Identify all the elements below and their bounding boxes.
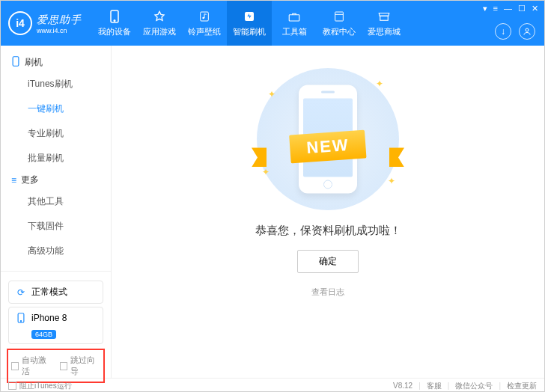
logo-subtitle: www.i4.cn xyxy=(37,27,82,34)
sidebar-item[interactable]: 其他工具 xyxy=(1,189,111,214)
logo-icon: i4 xyxy=(8,11,32,35)
nav-book[interactable]: 教程中心 xyxy=(317,1,362,46)
sidebar: 刷机iTunes刷机一键刷机专业刷机批量刷机≡更多其他工具下载固件高级功能 ⟳ … xyxy=(1,46,112,378)
storage-badge: 64GB xyxy=(31,330,56,339)
phone-icon xyxy=(15,312,27,324)
success-illustration: NEW ✦✦✦✦ xyxy=(246,68,410,210)
nav-tools[interactable]: 工具箱 xyxy=(272,1,317,46)
sidebar-item[interactable]: 批量刷机 xyxy=(1,146,111,171)
app-header: i4 爱思助手 www.i4.cn 我的设备应用游戏铃声壁纸智能刷机工具箱教程中… xyxy=(1,1,544,46)
option-check[interactable]: 自动激活 xyxy=(11,355,52,377)
checkbox-icon xyxy=(11,362,19,370)
nav-label: 工具箱 xyxy=(282,26,307,37)
sidebar-item[interactable]: 专业刷机 xyxy=(1,121,111,146)
option-check[interactable]: 跳过向导 xyxy=(60,355,101,377)
check-label: 自动激活 xyxy=(22,355,52,377)
mode-label: 正常模式 xyxy=(31,286,67,298)
phone-outline-icon xyxy=(11,56,20,69)
refresh-icon: ⟳ xyxy=(15,287,27,298)
window-control[interactable]: — xyxy=(504,4,512,13)
shop-icon xyxy=(377,10,391,23)
ok-button[interactable]: 确定 xyxy=(297,250,359,273)
sidebar-item[interactable]: 高级功能 xyxy=(1,239,111,263)
download-icon[interactable]: ↓ xyxy=(495,23,511,40)
window-control[interactable]: ✕ xyxy=(532,4,538,13)
device-label: iPhone 8 xyxy=(31,313,67,323)
nav-shop[interactable]: 爱思商城 xyxy=(362,1,407,46)
window-controls: ▾≡—☐✕ xyxy=(483,4,538,13)
window-control[interactable]: ≡ xyxy=(493,4,498,13)
app-logo: i4 爱思助手 www.i4.cn xyxy=(1,11,89,35)
nav-music[interactable]: 铃声壁纸 xyxy=(182,1,227,46)
tools-icon xyxy=(287,10,301,23)
sidebar-section[interactable]: 刷机 xyxy=(1,53,111,72)
svg-point-9 xyxy=(526,28,529,31)
success-message: 恭喜您，保资料刷机成功啦！ xyxy=(255,224,401,238)
header-actions: ↓ xyxy=(495,23,535,40)
svg-rect-5 xyxy=(289,14,299,20)
footer-link-support[interactable]: 客服 xyxy=(427,381,442,391)
book-icon xyxy=(333,10,345,23)
nav-phone[interactable]: 我的设备 xyxy=(92,1,137,46)
list-icon: ≡ xyxy=(11,175,16,186)
checkbox-icon xyxy=(60,362,67,370)
nav-label: 智能刷机 xyxy=(233,26,266,37)
sidebar-section[interactable]: ≡更多 xyxy=(1,171,111,189)
block-itunes-check[interactable]: 阻止iTunes运行 xyxy=(8,381,72,391)
view-log-link[interactable]: 查看日志 xyxy=(311,287,344,298)
window-control[interactable]: ☐ xyxy=(518,4,526,13)
sidebar-item[interactable]: 一键刷机 xyxy=(1,97,111,121)
top-nav: 我的设备应用游戏铃声壁纸智能刷机工具箱教程中心爱思商城 xyxy=(92,1,407,46)
sidebar-item[interactable]: iTunes刷机 xyxy=(1,72,111,97)
music-icon xyxy=(198,10,210,23)
nav-flash[interactable]: 智能刷机 xyxy=(227,1,272,46)
footer-link-wechat[interactable]: 微信公众号 xyxy=(455,381,493,391)
logo-text: 爱思助手 www.i4.cn xyxy=(37,13,82,34)
device-card[interactable]: iPhone 8 64GB xyxy=(8,307,103,344)
section-title: 刷机 xyxy=(25,56,43,69)
block-itunes-label: 阻止iTunes运行 xyxy=(19,381,72,391)
window-control[interactable]: ▾ xyxy=(483,4,487,13)
sidebar-item[interactable]: 下载固件 xyxy=(1,214,111,239)
svg-rect-10 xyxy=(13,57,19,66)
nav-label: 爱思商城 xyxy=(368,26,401,37)
mode-card[interactable]: ⟳ 正常模式 xyxy=(8,281,103,304)
svg-point-12 xyxy=(20,321,21,322)
logo-title: 爱思助手 xyxy=(37,13,82,25)
phone-icon xyxy=(109,10,121,23)
section-title: 更多 xyxy=(21,174,39,186)
svg-rect-6 xyxy=(335,12,344,21)
new-ribbon: NEW xyxy=(289,129,367,163)
check-label: 跳过向导 xyxy=(70,355,100,377)
version-label: V8.12 xyxy=(393,382,412,390)
nav-label: 应用游戏 xyxy=(143,26,176,37)
options-group: 自动激活跳过向导 xyxy=(7,349,105,383)
user-icon[interactable] xyxy=(519,23,535,40)
status-bar: 阻止iTunes运行 V8.12 | 客服 | 微信公众号 | 检查更新 xyxy=(1,378,544,392)
nav-label: 我的设备 xyxy=(98,26,131,37)
main-content: NEW ✦✦✦✦ 恭喜您，保资料刷机成功啦！ 确定 查看日志 xyxy=(112,46,544,378)
flash-icon xyxy=(243,10,255,23)
nav-label: 铃声壁纸 xyxy=(188,26,221,37)
apps-icon xyxy=(153,10,165,23)
svg-rect-8 xyxy=(380,16,389,20)
nav-label: 教程中心 xyxy=(323,26,356,37)
nav-apps[interactable]: 应用游戏 xyxy=(137,1,182,46)
footer-link-update[interactable]: 检查更新 xyxy=(507,381,537,391)
svg-point-1 xyxy=(114,19,115,21)
